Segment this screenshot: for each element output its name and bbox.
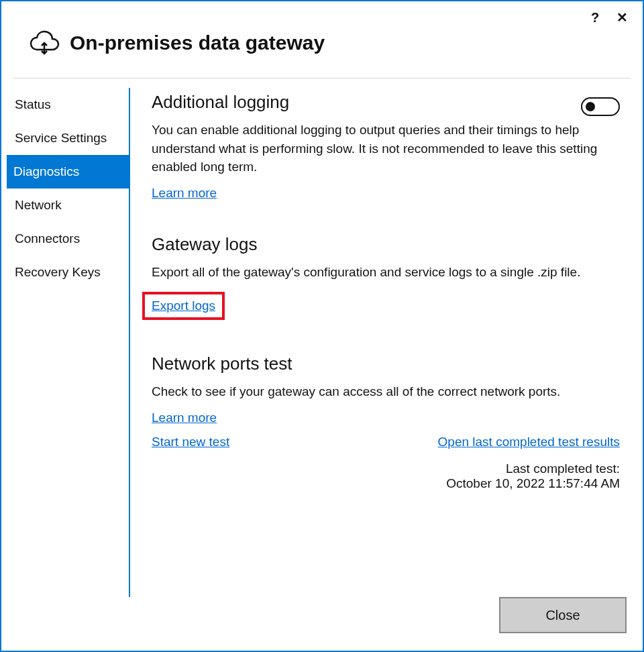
export-logs-highlight: Export logs bbox=[142, 292, 225, 320]
network-ports-learn-more-link[interactable]: Learn more bbox=[152, 411, 217, 425]
additional-logging-toggle[interactable] bbox=[581, 97, 620, 116]
last-completed-label: Last completed test: bbox=[152, 461, 620, 476]
sidebar-item-recovery-keys[interactable]: Recovery Keys bbox=[13, 256, 129, 289]
last-completed-time: October 10, 2022 11:57:44 AM bbox=[152, 476, 620, 491]
export-logs-link[interactable]: Export logs bbox=[152, 298, 215, 313]
additional-logging-desc: You can enable additional logging to out… bbox=[152, 121, 620, 176]
sidebar-item-status[interactable]: Status bbox=[13, 88, 129, 121]
gateway-window: ? ✕ On-premises data gateway Status Serv… bbox=[0, 0, 644, 652]
gateway-logs-title: Gateway logs bbox=[152, 234, 620, 255]
sidebar-item-diagnostics[interactable]: Diagnostics bbox=[7, 155, 129, 188]
sidebar-item-network[interactable]: Network bbox=[13, 188, 129, 222]
network-ports-title: Network ports test bbox=[152, 354, 620, 374]
additional-logging-title: Additional logging bbox=[152, 92, 289, 113]
start-new-test-link[interactable]: Start new test bbox=[152, 435, 229, 449]
section-network-ports: Network ports test Check to see if your … bbox=[152, 354, 620, 491]
toggle-knob bbox=[586, 102, 595, 111]
last-completed-test: Last completed test: October 10, 2022 11… bbox=[152, 461, 620, 491]
footer: Close bbox=[1, 597, 643, 651]
sidebar-item-connectors[interactable]: Connectors bbox=[13, 222, 129, 256]
sidebar: Status Service Settings Diagnostics Netw… bbox=[13, 78, 129, 597]
close-button[interactable]: Close bbox=[499, 597, 627, 633]
additional-logging-learn-more-link[interactable]: Learn more bbox=[152, 186, 217, 201]
gateway-logs-desc: Export all of the gateway's configuratio… bbox=[152, 263, 620, 282]
open-last-results-link[interactable]: Open last completed test results bbox=[438, 435, 620, 449]
close-icon[interactable]: ✕ bbox=[613, 9, 631, 26]
section-gateway-logs: Gateway logs Export all of the gateway's… bbox=[152, 234, 620, 321]
sidebar-item-service-settings[interactable]: Service Settings bbox=[13, 121, 129, 155]
page-title: On-premises data gateway bbox=[70, 32, 325, 54]
titlebar: ? ✕ bbox=[1, 1, 643, 27]
network-ports-desc: Check to see if your gateway can access … bbox=[152, 382, 620, 401]
content: Additional logging You can enable additi… bbox=[130, 78, 631, 597]
cloud-gateway-icon bbox=[28, 30, 60, 56]
section-additional-logging: Additional logging You can enable additi… bbox=[152, 92, 620, 201]
header: On-premises data gateway bbox=[1, 27, 643, 78]
body: Status Service Settings Diagnostics Netw… bbox=[1, 78, 643, 597]
help-icon[interactable]: ? bbox=[586, 9, 604, 26]
